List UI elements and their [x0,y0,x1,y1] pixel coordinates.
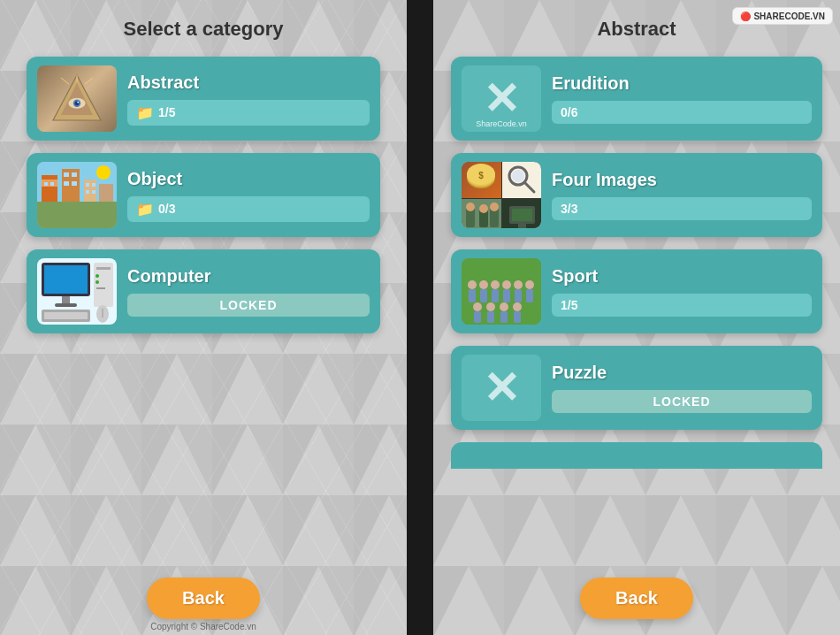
svg-point-63 [502,280,511,289]
sport-name: Sport [552,266,812,287]
svg-rect-58 [469,289,476,302]
object-progress: 📁 0/3 [127,196,370,222]
svg-point-26 [96,165,111,180]
left-back-button[interactable]: Back [147,578,260,619]
x-icon: ✕ [483,77,520,121]
category-card-computer[interactable]: Computer LOCKED [27,249,380,333]
svg-rect-21 [86,183,89,187]
abstract-name: Abstract [127,73,370,93]
category-card-four-images[interactable]: $ [451,153,822,237]
four-img-cell-3 [462,199,501,228]
four-images-thumb: $ [462,162,541,228]
svg-rect-74 [500,311,508,323]
center-divider [407,0,433,635]
svg-rect-22 [92,183,95,187]
svg-point-65 [514,280,523,289]
svg-rect-19 [72,181,77,186]
svg-rect-70 [474,311,481,323]
sport-progress: 1/5 [552,294,812,317]
erudition-name: Erudition [552,73,812,94]
svg-rect-28 [44,265,88,294]
svg-point-5 [77,101,79,103]
svg-rect-16 [64,172,69,177]
computer-thumb [37,258,117,325]
svg-point-52 [490,203,499,211]
erudition-thumb: ✕ ShareCode.vn [462,65,541,132]
svg-point-50 [479,204,488,213]
right-back-button[interactable]: Back [580,578,693,619]
svg-line-7 [61,78,69,84]
computer-name: Computer [127,266,370,287]
svg-point-45 [512,170,524,182]
svg-rect-11 [42,175,57,202]
object-name: Object [127,169,370,189]
left-categories-list: Abstract 📁 1/5 [27,57,380,333]
abstract-thumb [37,65,117,132]
puzzle-thumb: ✕ [462,355,541,421]
logo-text: SHARECODE.VN [753,11,825,21]
svg-rect-64 [503,289,510,302]
svg-line-8 [85,78,93,84]
four-img-grid: $ [462,162,541,228]
svg-rect-66 [515,289,522,302]
svg-rect-68 [526,289,533,302]
four-img-cell-4 [502,199,541,228]
svg-rect-32 [96,267,111,270]
svg-point-71 [486,302,495,311]
erudition-info: Erudition 0/6 [552,73,812,124]
left-panel: Select a category [0,0,407,635]
four-images-progress: 3/3 [552,197,812,220]
copyright-text: Copyright © ShareCode.vn [150,622,256,631]
app-wrapper: Select a category [0,0,840,635]
category-card-erudition[interactable]: ✕ ShareCode.vn Erudition 0/6 [451,57,822,141]
four-images-name: Four Images [552,170,812,190]
computer-locked: LOCKED [127,294,370,317]
svg-rect-62 [492,289,499,302]
left-panel-title: Select a category [124,18,284,41]
svg-rect-18 [64,181,69,186]
svg-rect-60 [480,289,487,302]
erudition-progress: 0/6 [552,101,812,124]
category-card-sport[interactable]: Sport 1/5 [451,249,822,333]
puzzle-x-icon: ✕ [483,366,520,410]
category-card-object[interactable]: Object 📁 0/3 [27,153,380,237]
svg-rect-72 [487,311,494,323]
category-card-puzzle[interactable]: ✕ Puzzle LOCKED [451,346,822,430]
partial-card-hint [451,442,822,469]
svg-rect-30 [55,303,77,307]
category-card-abstract[interactable]: Abstract 📁 1/5 [27,57,380,141]
four-img-cell-2 [502,162,541,198]
svg-point-69 [473,302,482,311]
puzzle-info: Puzzle LOCKED [552,363,812,413]
svg-point-59 [479,280,488,289]
svg-rect-10 [37,202,117,228]
right-panel: 🔴 SHARECODE.VN Abstract ✕ ShareCode.vn E… [433,0,840,635]
abstract-progress: 📁 1/5 [127,100,370,126]
svg-rect-54 [512,209,532,221]
folder-icon: 📁 [136,104,154,121]
svg-rect-12 [42,180,57,187]
svg-rect-14 [50,182,54,186]
folder-icon-2: 📁 [136,201,154,218]
object-thumb [37,162,117,228]
sport-thumb [462,258,541,325]
svg-rect-25 [99,184,113,202]
right-panel-title: Abstract [597,18,676,41]
four-img-cell-1: $ [462,162,501,198]
svg-point-75 [513,302,522,311]
four-images-info: Four Images 3/3 [552,170,812,220]
svg-point-48 [466,203,475,211]
svg-point-57 [468,280,477,289]
svg-point-34 [95,280,99,284]
logo-icon: 🔴 [740,11,751,21]
svg-rect-35 [96,287,105,289]
svg-text:$: $ [478,171,484,180]
svg-point-67 [525,280,534,289]
svg-point-33 [95,274,99,278]
svg-rect-24 [92,190,95,194]
object-info: Object 📁 0/3 [127,169,370,222]
svg-rect-76 [514,311,521,323]
computer-info: Computer LOCKED [127,266,370,317]
svg-rect-37 [44,312,88,319]
logo-badge: 🔴 SHARECODE.VN [732,7,833,25]
